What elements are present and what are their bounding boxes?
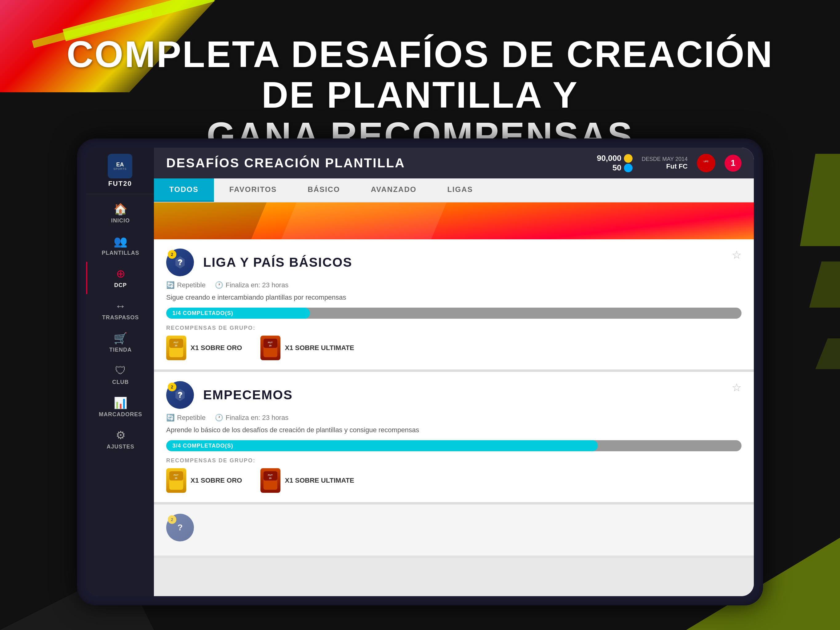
sidebar-item-marcadores[interactable]: 📊 MARCADORES: [86, 391, 154, 423]
reward-text-ultimate-1: x1 SOBRE ULTIMATE: [285, 344, 354, 352]
svg-marker-2: [815, 339, 840, 369]
repeatable-2: 🔄 Repetible: [166, 414, 205, 422]
sidebar-logo: EA SPORTS FUT20: [86, 148, 154, 194]
challenge-card-1: ☆ 2 ? LIGA Y PAÍS BÁSICOS: [154, 239, 754, 372]
progress-label-2: 3/4 COMPLETADO(S): [172, 443, 233, 449]
star-button-2[interactable]: ☆: [732, 381, 742, 394]
reward-pack-ultimate-2: FUT 20: [261, 468, 280, 493]
challenge-meta-1: 🔄 Repetible 🕐 Finaliza en: 23 horas: [166, 281, 742, 289]
app-layout: EA SPORTS FUT20 🏠 INICIO 👥: [86, 148, 754, 596]
challenge-card-3: 2: [154, 504, 754, 558]
reward-pack-ultimate-1: FUT 20: [261, 335, 280, 360]
rewards-section-2: RECOMPENSAS DE GRUPO: FUT 20: [166, 457, 742, 493]
progress-fill-2: 3/4 COMPLETADO(S): [166, 440, 598, 451]
challenge-badge-2: 2 ?: [166, 381, 194, 409]
rewards-label-1: RECOMPENSAS DE GRUPO:: [166, 325, 742, 331]
settings-icon: ⚙: [116, 429, 126, 442]
tabs-bar: TODOS FAVORITOS BÁSICO AVANZADO LIGAS: [154, 178, 754, 202]
sidebar-item-inicio[interactable]: 🏠 INICIO: [86, 197, 154, 230]
tab-basico[interactable]: BÁSICO: [292, 178, 355, 202]
coin-icon: [624, 154, 633, 163]
repeatable-1: 🔄 Repetible: [166, 281, 205, 289]
coins-info: 90,000 50: [597, 153, 633, 173]
rewards-row-2: FUT 20 x1 SOBRE ORO: [166, 468, 742, 493]
challenge-badge-3: 2: [166, 514, 194, 542]
sidebar-item-label: TRASPASOS: [102, 314, 139, 321]
tab-avanzado[interactable]: AVANZADO: [355, 178, 432, 202]
progress-label-1: 1/4 COMPLETADO(S): [172, 310, 233, 317]
expires-2: 🕐 Finaliza en: 23 horas: [215, 414, 288, 422]
sidebar-item-label: PLANTILLAS: [102, 250, 139, 256]
ea-logo-text: EA: [116, 162, 124, 167]
sidebar-item-plantillas[interactable]: 👥 PLANTILLAS: [86, 230, 154, 262]
ea-badge: EA SPORTS: [108, 154, 133, 178]
leaderboard-icon: 📊: [114, 397, 128, 410]
card-header-3: 2: [166, 514, 742, 542]
top-bar: DESAFÍOS CREACIÓN PLANTILLA 90,000 50: [154, 148, 754, 178]
rewards-label-2: RECOMPENSAS DE GRUPO:: [166, 457, 742, 464]
clock-icon-2: 🕐: [215, 414, 223, 422]
challenge-desc-1: Sigue creando e intercambiando plantilla…: [166, 293, 742, 301]
reward-text-gold-1: x1 SOBRE ORO: [191, 344, 242, 352]
top-bar-right: 90,000 50 DESDE MAY 2014 Fut FC: [597, 153, 742, 173]
challenge-meta-2: 🔄 Repetible 🕐 Finaliza en: 23 horas: [166, 414, 742, 422]
tab-todos[interactable]: TODOS: [154, 178, 214, 202]
svg-marker-1: [809, 261, 840, 308]
coin-amount: 90,000: [597, 153, 622, 163]
svg-text:20: 20: [269, 345, 272, 346]
card-header-1: 2 ? LIGA Y PAÍS BÁSICOS: [166, 249, 742, 276]
card-header-2: 2 ? EMPECEMOS: [166, 381, 742, 409]
page-title: DESAFÍOS CREACIÓN PLANTILLA: [166, 156, 597, 170]
clock-icon: 🕐: [215, 281, 223, 289]
coins-row: 90,000: [597, 153, 633, 163]
svg-text:FUT: FUT: [174, 341, 178, 344]
reward-text-ultimate-2: x1 SOBRE ULTIMATE: [285, 477, 354, 485]
notification-badge[interactable]: 1: [725, 155, 742, 172]
squad-icon: 👥: [114, 235, 128, 248]
home-icon: 🏠: [114, 203, 128, 216]
progress-fill-1: 1/4 COMPLETADO(S): [166, 308, 310, 319]
svg-text:?: ?: [178, 392, 182, 397]
main-content: DESAFÍOS CREACIÓN PLANTILLA 90,000 50: [154, 148, 754, 596]
sidebar-item-label: AJUSTES: [106, 444, 134, 450]
sports-logo-text: SPORTS: [114, 167, 127, 170]
challenge-badge-1: 2 ?: [166, 249, 194, 276]
svg-text:20: 20: [175, 345, 177, 346]
transfer-icon: ↔: [115, 299, 126, 313]
content-area: ☆ 2 ? LIGA Y PAÍS BÁSICOS: [154, 202, 754, 596]
svg-marker-10: [274, 202, 454, 239]
sidebar-item-ajustes[interactable]: ⚙ AJUSTES: [86, 423, 154, 455]
progress-bar-1: 1/4 COMPLETADO(S): [166, 308, 742, 319]
banner-image: [154, 202, 754, 239]
svg-text:LFC: LFC: [704, 160, 709, 163]
store-icon: 🛒: [114, 332, 128, 345]
svg-text:FUT: FUT: [268, 341, 273, 344]
sidebar-item-label: MARCADORES: [99, 411, 142, 418]
svg-text:20: 20: [269, 477, 272, 479]
sidebar-item-label: TIENDA: [109, 346, 132, 353]
svg-text:?: ?: [178, 260, 182, 265]
repeat-icon-2: 🔄: [166, 414, 175, 422]
sidebar-item-club[interactable]: 🛡 CLUB: [86, 359, 154, 391]
sidebar-item-tienda[interactable]: 🛒 TIENDA: [86, 326, 154, 359]
app-container: EA SPORTS FUT20 🏠 INICIO 👥: [86, 148, 754, 596]
sidebar-item-label: INICIO: [111, 217, 130, 224]
reward-ultimate-2: FUT 20 x1 SOBRE ULTIMATE: [261, 468, 354, 493]
points-icon: [624, 164, 633, 172]
tab-ligas[interactable]: LIGAS: [432, 178, 488, 202]
club-info: DESDE MAY 2014 Fut FC: [642, 156, 688, 170]
sidebar-item-traspasos[interactable]: ↔ TRASPASOS: [86, 294, 154, 326]
svg-text:FUT: FUT: [268, 474, 273, 477]
svg-text:20: 20: [175, 477, 177, 479]
challenge-card-2: ☆ 2 ? EMPECEMOS: [154, 372, 754, 504]
challenge-title-2: EMPECEMOS: [203, 387, 293, 402]
tab-favoritos[interactable]: FAVORITOS: [214, 178, 292, 202]
reward-ultimate-1: FUT 20 x1 SOBRE ULTIMATE: [261, 335, 354, 360]
club-since: DESDE MAY 2014: [642, 156, 688, 162]
sidebar-item-dcp[interactable]: ⊕ DCP: [86, 262, 154, 294]
sidebar-item-label: DCP: [114, 282, 127, 288]
star-button-1[interactable]: ☆: [732, 249, 742, 261]
expires-1: 🕐 Finaliza en: 23 horas: [215, 281, 288, 289]
challenge-title-1: LIGA Y PAÍS BÁSICOS: [203, 255, 352, 270]
sidebar-item-label: CLUB: [112, 379, 129, 386]
